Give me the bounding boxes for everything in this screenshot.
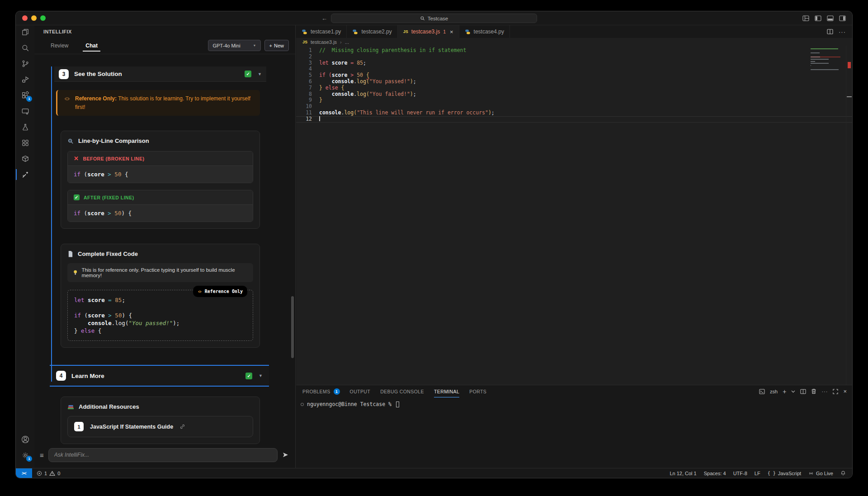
search-title: Testcase — [428, 16, 448, 21]
fixed-code-line: let score = 85; — [74, 296, 246, 304]
tab-testcase3[interactable]: JS testcase3.js 1 × — [398, 25, 459, 38]
before-code: if (score > 50 { — [68, 165, 253, 183]
reference-tip: This is for reference only. Practice typ… — [67, 263, 253, 282]
bottom-panel: PROBLEMS 1 OUTPUT DEBUG CONSOLE TERMINAL… — [296, 385, 852, 468]
problems-status[interactable]: 1 0 — [32, 471, 65, 476]
toggle-primary-sidebar-icon[interactable] — [815, 15, 821, 21]
source-control-icon[interactable] — [16, 58, 34, 70]
zoom-window-button[interactable] — [40, 15, 46, 21]
new-chat-button[interactable]: + New — [264, 40, 289, 51]
panel-tabs-row: Review Chat GPT-4o Mini ▼ + New — [34, 37, 295, 54]
js-icon: JS — [403, 29, 408, 34]
toggle-secondary-sidebar-icon[interactable] — [839, 15, 846, 21]
container-icon[interactable] — [16, 153, 34, 165]
split-terminal-icon[interactable] — [800, 389, 806, 394]
model-selector[interactable]: GPT-4o Mini ▼ — [208, 40, 260, 51]
explorer-icon[interactable] — [16, 26, 34, 38]
breadcrumb[interactable]: JS testcase3.js › ... — [296, 38, 852, 46]
minimize-window-button[interactable] — [31, 15, 37, 21]
new-terminal-icon[interactable]: + — [783, 388, 786, 395]
code-line-5[interactable]: 5if (score > 50 { — [296, 72, 852, 79]
activity-bar: 1 1 — [16, 25, 34, 468]
go-live-button[interactable]: Go Live — [808, 471, 833, 476]
resource-number-badge: 1 — [74, 422, 84, 431]
tab-chat[interactable]: Chat — [85, 43, 98, 52]
code-line-3[interactable]: 3let score = 85; — [296, 60, 852, 66]
cursor-position[interactable]: Ln 12, Col 1 — [670, 471, 696, 476]
section-learn-more[interactable]: 4 Learn More ✓ ▼ — [50, 365, 269, 387]
tab-terminal[interactable]: TERMINAL — [434, 385, 459, 397]
search-sidebar-icon[interactable] — [16, 42, 34, 54]
grid-icon[interactable] — [16, 137, 34, 149]
code-line-4[interactable]: 4 — [296, 66, 852, 72]
eye-icon — [198, 289, 202, 294]
tab-problems[interactable]: PROBLEMS 1 — [302, 385, 340, 397]
more-actions-icon[interactable]: ··· — [839, 28, 846, 35]
tab-testcase4[interactable]: testcase4.py — [459, 25, 510, 38]
tab-testcase2[interactable]: testcase2.py — [347, 25, 397, 38]
chevron-down-icon[interactable] — [791, 390, 795, 393]
settings-gear-icon[interactable]: 1 — [16, 449, 34, 461]
close-tab-icon[interactable]: × — [450, 28, 453, 35]
code-line-10[interactable]: 10 — [296, 104, 852, 110]
ask-intellifix-input[interactable] — [48, 448, 278, 462]
code-line-11[interactable]: 11console.log("This line will never run … — [296, 110, 852, 116]
code-line-12[interactable]: 12 — [296, 116, 852, 123]
intellifix-icon[interactable] — [16, 169, 34, 180]
tab-output[interactable]: OUTPUT — [350, 385, 371, 397]
toggle-panel-icon[interactable] — [827, 15, 834, 21]
testing-icon[interactable] — [16, 121, 34, 133]
shell-label[interactable]: zsh — [770, 389, 778, 394]
menu-icon[interactable]: ≡ — [40, 451, 44, 459]
extensions-icon[interactable]: 1 — [16, 90, 34, 101]
send-icon[interactable] — [282, 452, 289, 458]
code-line-2[interactable]: 2 — [296, 54, 852, 60]
code-line-7[interactable]: 7} else { — [296, 85, 852, 91]
code-line-1[interactable]: 1// Missing closing parenthesis in if st… — [296, 47, 852, 54]
tab-review[interactable]: Review — [51, 43, 68, 52]
code-line-8[interactable]: 8 console.log("You failed!"); — [296, 91, 852, 98]
accounts-icon[interactable] — [16, 434, 34, 445]
trash-icon[interactable] — [811, 388, 816, 394]
fixed-code-card: Complete Fixed Code This is for referenc… — [61, 244, 260, 348]
customize-layout-icon[interactable] — [802, 15, 809, 21]
terminal-content[interactable]: nguyenngoc@Binne Testcase % — [301, 401, 852, 407]
bell-icon[interactable] — [840, 470, 846, 476]
eol-sequence[interactable]: LF — [755, 471, 760, 476]
fixed-code-block: Reference Only let score = 85; if (score… — [67, 290, 253, 341]
remote-explorer-icon[interactable] — [16, 105, 34, 117]
code-line-9[interactable]: 9} — [296, 97, 852, 104]
chat-scrollbar-thumb[interactable] — [291, 296, 294, 358]
check-icon: ✓ — [245, 373, 252, 379]
tab-debug-console[interactable]: DEBUG CONSOLE — [380, 385, 424, 397]
cursor-marker — [847, 96, 852, 97]
split-editor-icon[interactable] — [827, 29, 833, 34]
collapse-arrow-icon[interactable]: ▼ — [259, 373, 263, 378]
reference-only-warning: Reference Only: This solution is for lea… — [56, 90, 260, 116]
section-see-the-solution[interactable]: 3 See the Solution ✓ ▼ — [54, 66, 266, 82]
close-window-button[interactable] — [22, 15, 28, 21]
command-center-search[interactable]: Testcase — [331, 14, 537, 23]
code-line-6[interactable]: 6 console.log("You passed!"); — [296, 79, 852, 85]
nav-back-icon[interactable]: ← — [321, 15, 327, 22]
run-debug-icon[interactable] — [16, 74, 34, 85]
warning-icon — [49, 471, 55, 476]
chat-scroll-area[interactable]: 3 See the Solution ✓ ▼ Reference Only: T… — [34, 55, 295, 445]
after-code: if (score > 50) { — [68, 204, 253, 222]
fixed-code-line: } else { — [74, 327, 246, 335]
maximize-panel-icon[interactable] — [833, 389, 838, 394]
encoding[interactable]: UTF-8 — [733, 471, 747, 476]
indentation[interactable]: Spaces: 4 — [704, 471, 726, 476]
remote-indicator[interactable]: >< — [16, 468, 32, 478]
collapse-arrow-icon[interactable]: ▼ — [258, 72, 262, 76]
overview-ruler[interactable] — [846, 46, 852, 385]
tab-testcase1[interactable]: testcase1.py — [296, 25, 347, 38]
minimap[interactable] — [811, 48, 840, 73]
code-editor[interactable]: 1// Missing closing parenthesis in if st… — [296, 46, 852, 385]
tab-ports[interactable]: PORTS — [469, 385, 486, 397]
error-icon — [37, 471, 42, 476]
language-mode[interactable]: { } JavaScript — [768, 471, 801, 476]
resource-link-item[interactable]: 1 JavaScript If Statements Guide — [67, 416, 253, 437]
more-actions-icon[interactable]: ··· — [821, 389, 828, 394]
close-panel-icon[interactable]: × — [843, 388, 847, 395]
